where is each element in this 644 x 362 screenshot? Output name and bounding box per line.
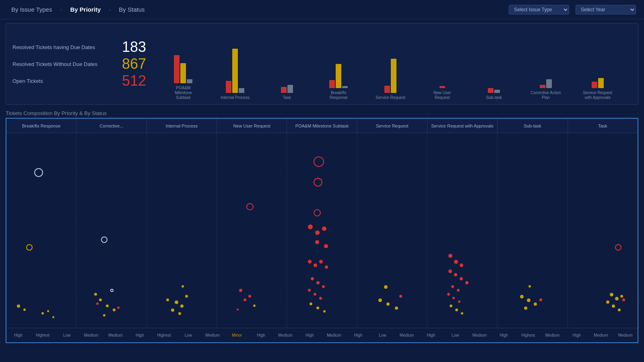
dot-4-16: [308, 289, 311, 292]
bar-newuser-red: [440, 86, 445, 88]
metric1-value: 183: [122, 40, 146, 54]
x-label-medium-9: Medium: [589, 328, 613, 342]
dot-0-6: [47, 310, 49, 312]
scatter-col-4: [287, 133, 357, 328]
dot-6-13: [450, 304, 452, 307]
dot-8-2: [610, 293, 613, 296]
x-label-high-4: High: [298, 328, 322, 342]
dot-6-4: [448, 269, 452, 273]
dot-8-6: [618, 309, 621, 311]
section-title: Tickets Composition By Priority & By Sta…: [0, 109, 644, 118]
dot-4-2: [314, 178, 322, 187]
dot-1-6: [103, 314, 105, 317]
dot-7-1: [520, 295, 524, 298]
bar-service-red: [384, 86, 390, 93]
dot-4-20: [316, 306, 319, 309]
dot-1-4: [106, 304, 109, 307]
bar-poam-gold: [180, 63, 186, 83]
dot-4-18: [319, 297, 322, 300]
dot-2-2: [180, 304, 184, 308]
col-header-0: Break/fix Response: [6, 119, 76, 133]
x-label-high-8: High: [565, 328, 589, 342]
bar-poam-gray: [187, 79, 192, 83]
dot-0-1: [34, 168, 43, 177]
dot-7-3: [534, 302, 537, 306]
col-header-4: POA&M Milestone Subtask: [287, 119, 357, 133]
bar-label-subtask: Sub-task: [486, 95, 502, 100]
x-label-low-1: Low: [55, 328, 79, 342]
x-label-high-5: High: [346, 328, 370, 342]
dot-3-3: [248, 295, 251, 298]
dot-7-6: [528, 285, 531, 288]
metric-row-3: Open Tickets 512: [12, 74, 149, 88]
dot-1-7: [96, 302, 99, 305]
dot-6-15: [461, 312, 463, 315]
x-label-medium-3: Medium: [201, 328, 225, 342]
scatter-col-5: [357, 133, 427, 328]
dot-2-6: [178, 312, 181, 315]
dot-7-5: [539, 298, 542, 301]
dot-0-2: [26, 244, 33, 251]
dot-4-12: [325, 265, 328, 269]
dot-1-5: [113, 309, 116, 311]
dot-3-2: [239, 289, 242, 292]
bar-label-internal: Internal Process: [221, 95, 250, 100]
x-label-medium-2: Medium: [103, 328, 128, 342]
bar-group-service-approvals: Service Requestwith Approvals: [572, 36, 623, 100]
dot-4-6: [322, 226, 326, 231]
dot-5-1: [384, 285, 388, 289]
x-label-medium-4: Medium: [273, 328, 297, 342]
summary-panel: Resolved Tickets having Due Dates 183 Re…: [6, 23, 638, 105]
col-header-3: New User Request: [217, 119, 287, 133]
x-label-medium-10: Medium: [613, 328, 638, 342]
dot-4-11: [319, 260, 323, 263]
x-axis: High Highest Low Medium Medium High High…: [6, 328, 638, 342]
dot-2-1: [175, 300, 178, 304]
year-filter[interactable]: Select Year All: [576, 5, 636, 14]
dot-6-2: [454, 260, 458, 264]
bar-label-poam: POA&M MilestoneSubtask: [167, 86, 199, 100]
x-label-highest-3: Highest: [516, 328, 541, 342]
issue-type-filter[interactable]: Select Issue Type All: [509, 5, 569, 14]
x-label-high-1: High: [6, 328, 31, 342]
bar-label-task: Task: [283, 95, 291, 100]
bar-internal-gray: [239, 88, 244, 93]
nav-by-status[interactable]: By Status: [116, 4, 148, 14]
bar-task-gray: [287, 85, 293, 93]
scatter-col-1: [76, 133, 147, 328]
dot-4-5: [315, 230, 320, 235]
dot-4-21: [323, 310, 326, 313]
dot-0-7: [52, 316, 54, 318]
x-label-highest-2: Highest: [152, 328, 176, 342]
dot-0-5: [41, 312, 44, 315]
bar-label-breakfix: Break/fix Response: [322, 90, 355, 100]
nav-by-priority[interactable]: By Priority: [67, 4, 104, 14]
dot-3-1: [246, 203, 254, 210]
dot-7-2: [527, 298, 530, 302]
bar-breakfix-red: [329, 80, 335, 88]
metric1-label: Resolved Tickets having Due Dates: [12, 44, 117, 50]
summary-metrics: Resolved Tickets having Due Dates 183 Re…: [12, 40, 149, 88]
dot-8-3: [615, 297, 619, 300]
x-label-medium-5: Medium: [322, 328, 346, 342]
bar-group-corrective: Corrective ActionPlan: [520, 36, 572, 100]
dot-4-15: [322, 285, 325, 288]
scatter-col-8: [568, 133, 638, 328]
bar-group-breakfix: Break/fix Response: [313, 36, 365, 100]
scatter-col-2: [147, 133, 217, 328]
x-label-high-3: High: [249, 328, 273, 342]
bar-group-internal: Internal Process: [209, 41, 261, 100]
dot-4-3: [314, 209, 321, 216]
dot-4-7: [315, 240, 319, 244]
x-label-low-4: Low: [444, 328, 468, 342]
dot-2-4: [185, 295, 188, 298]
col-header-1: Corrective...: [76, 119, 147, 133]
nav-by-issue-types[interactable]: By Issue Types: [8, 4, 55, 14]
dot-8-4: [606, 300, 609, 304]
dot-5-4: [395, 306, 398, 310]
filter-group: Select Issue Type All Select Year All: [509, 5, 636, 14]
dot-5-2: [378, 298, 382, 302]
dot-6-6: [460, 277, 463, 280]
dot-8-5: [612, 304, 615, 308]
bar-corrective-red: [540, 85, 545, 88]
